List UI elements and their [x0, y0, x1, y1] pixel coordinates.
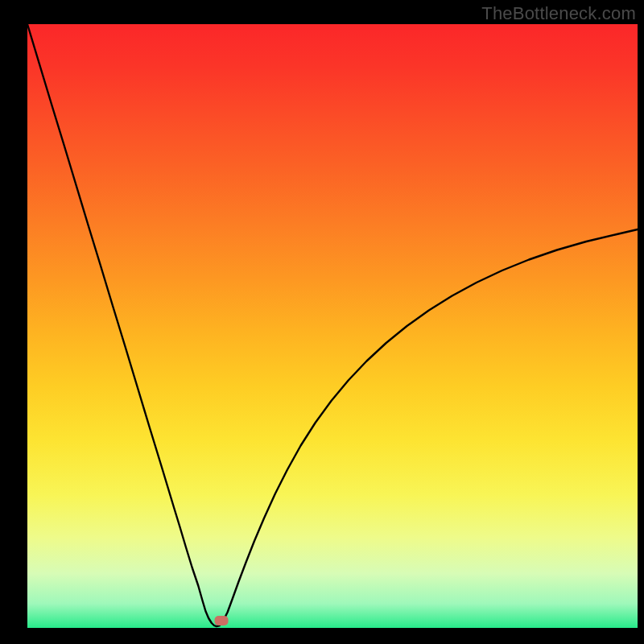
bottleneck-chart	[0, 0, 644, 644]
chart-frame: TheBottleneck.com	[0, 0, 644, 644]
optimal-marker	[215, 616, 229, 625]
watermark-text: TheBottleneck.com	[481, 3, 636, 24]
